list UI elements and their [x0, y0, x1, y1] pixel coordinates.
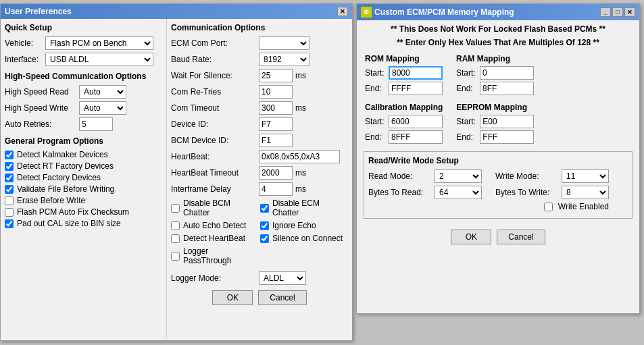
erase-before-write-check[interactable]: [5, 196, 14, 205]
heartbeat-timeout-label: HeartBeat Timeout: [171, 168, 259, 178]
ignore-echo-label: Ignore Echo: [272, 221, 316, 230]
logger-passthrough-label: Logger PassThrough: [183, 246, 259, 265]
calibration-mapping-section: Calibration Mapping Start: End:: [365, 103, 443, 146]
ram-start-label: Start:: [456, 68, 480, 78]
read-mode-select[interactable]: 2: [435, 169, 482, 183]
detect-kalmaker-check[interactable]: [5, 151, 14, 159]
com-timeout-ms: ms: [295, 103, 306, 113]
ecm-close-button[interactable]: ✕: [624, 7, 635, 17]
heartbeat-label: HeartBeat:: [171, 152, 259, 161]
auto-echo-detect-row: Auto Echo Detect: [171, 221, 259, 230]
left-panel: Quick Setup Vehicle: Flash PCM on Bench …: [1, 19, 166, 338]
silence-on-connect-check[interactable]: [260, 234, 269, 243]
wait-silence-ms: ms: [295, 71, 306, 80]
ecm-cancel-button[interactable]: Cancel: [497, 230, 545, 244]
erase-before-write-label: Erase Before Write: [17, 196, 85, 205]
ram-start-input[interactable]: [480, 66, 534, 80]
write-mode-select[interactable]: 11: [562, 169, 609, 183]
validate-file-label: Validate File Before Writing: [17, 184, 114, 194]
user-prefs-ok-button[interactable]: OK: [212, 290, 253, 305]
bytes-to-read-select[interactable]: 64: [435, 186, 482, 199]
validate-file-check[interactable]: [5, 185, 14, 194]
detect-factory-check[interactable]: [5, 174, 14, 182]
high-speed-read-label: High Speed Read: [5, 87, 79, 97]
user-prefs-title-bar: User Preferences ✕: [1, 4, 352, 19]
user-prefs-title: User Preferences: [5, 7, 72, 16]
validate-file-row: Validate File Before Writing: [5, 184, 162, 194]
rom-start-input[interactable]: [389, 66, 443, 80]
close-button[interactable]: ✕: [337, 7, 348, 16]
high-speed-read-select[interactable]: Auto: [79, 85, 126, 99]
read-mode-label: Read Mode:: [368, 171, 429, 181]
heartbeat-timeout-input[interactable]: [259, 166, 293, 180]
rom-end-label: End:: [365, 84, 389, 93]
custom-ecm-title: Custom ECM/PCM Memory Mapping: [374, 7, 514, 17]
logger-mode-select[interactable]: ALDL: [259, 271, 306, 285]
com-retries-input[interactable]: [259, 85, 293, 99]
flash-pcm-checksum-check[interactable]: [5, 208, 14, 217]
com-timeout-input[interactable]: [259, 101, 293, 115]
bytes-to-write-select[interactable]: 8: [562, 186, 609, 199]
flash-pcm-checksum-row: Flash PCM Auto Fix Checksum: [5, 207, 162, 217]
cal-end-input[interactable]: [389, 130, 443, 144]
eeprom-start-input[interactable]: [480, 115, 534, 128]
ignore-echo-check[interactable]: [260, 221, 269, 230]
com-timeout-label: Com Timeout: [171, 103, 259, 113]
disable-ecm-chatter-label: Disable ECM Chatter: [272, 198, 348, 217]
heartbeat-input[interactable]: [259, 150, 340, 163]
silence-on-connect-row: Silence on Connect: [260, 234, 348, 243]
pad-out-cal-check[interactable]: [5, 219, 14, 228]
ecm-ok-button[interactable]: OK: [451, 230, 491, 244]
detect-factory-row: Detect Factory Devices: [5, 173, 162, 182]
pad-out-cal-label: Pad out CAL size to BIN size: [17, 219, 121, 228]
bytes-to-read-label: Bytes To Read:: [368, 188, 429, 197]
bcm-device-id-input[interactable]: [259, 134, 293, 147]
ecm-minimize-button[interactable]: _: [600, 7, 611, 17]
detect-heartbeat-label: Detect HeartBeat: [183, 234, 245, 243]
write-enabled-label: Write Enabled: [558, 202, 609, 211]
interframe-delay-input[interactable]: [259, 182, 293, 196]
logger-passthrough-check[interactable]: [171, 252, 180, 261]
write-mode-label: Write Mode:: [495, 171, 556, 181]
comm-options-panel: Communication Options ECM Com Port: Baud…: [166, 19, 352, 338]
detect-rt-factory-check[interactable]: [5, 162, 14, 171]
wait-for-silence-label: Wait For Silence:: [171, 71, 259, 80]
vehicle-select[interactable]: Flash PCM on Bench: [45, 36, 153, 50]
com-retries-label: Com Re-Tries: [171, 87, 259, 97]
silence-on-connect-label: Silence on Connect: [272, 234, 343, 243]
baud-rate-label: Baud Rate:: [171, 55, 259, 64]
general-program-label: General Program Options: [5, 136, 162, 146]
high-speed-write-select[interactable]: Auto: [79, 101, 126, 115]
cal-start-input[interactable]: [389, 115, 443, 128]
ecm-maximize-button[interactable]: □: [612, 7, 623, 17]
wait-for-silence-input[interactable]: [259, 69, 293, 82]
bytes-to-write-label: Bytes To Write:: [495, 188, 556, 197]
user-preferences-window: User Preferences ✕ Quick Setup Vehicle: …: [0, 3, 353, 341]
rom-end-input[interactable]: [389, 82, 443, 95]
disable-ecm-chatter-check[interactable]: [260, 204, 269, 213]
rw-mode-label: Read/Write Mode Setup: [368, 156, 628, 165]
auto-echo-detect-label: Auto Echo Detect: [183, 221, 246, 230]
ram-end-input[interactable]: [480, 82, 534, 95]
interface-select[interactable]: USB ALDL: [45, 53, 153, 66]
auto-retries-input[interactable]: 5: [79, 117, 113, 131]
baud-rate-select[interactable]: 8192: [259, 53, 309, 66]
device-id-input[interactable]: [259, 117, 293, 131]
ecm-com-port-label: ECM Com Port:: [171, 38, 259, 48]
eeprom-end-input[interactable]: [480, 130, 534, 144]
interframe-delay-ms: ms: [295, 184, 306, 194]
detect-heartbeat-check[interactable]: [171, 234, 180, 243]
quick-setup-label: Quick Setup: [5, 23, 162, 32]
device-id-label: Device ID:: [171, 120, 259, 129]
auto-echo-detect-check[interactable]: [171, 221, 180, 230]
disable-bcm-chatter-label: Disable BCM Chatter: [183, 198, 259, 217]
ecm-button-row: OK Cancel: [361, 225, 635, 248]
ecm-warning1: ** This Does Not Work For Locked Flash B…: [361, 24, 635, 34]
disable-ecm-chatter-row: Disable ECM Chatter: [260, 198, 348, 217]
ecm-com-port-select[interactable]: [259, 36, 309, 50]
user-prefs-cancel-button[interactable]: Cancel: [258, 290, 306, 305]
disable-bcm-chatter-check[interactable]: [171, 204, 180, 213]
write-enabled-check[interactable]: [544, 203, 553, 211]
flash-pcm-checksum-label: Flash PCM Auto Fix Checksum: [17, 207, 129, 217]
logger-passthrough-row: Logger PassThrough: [171, 246, 259, 265]
